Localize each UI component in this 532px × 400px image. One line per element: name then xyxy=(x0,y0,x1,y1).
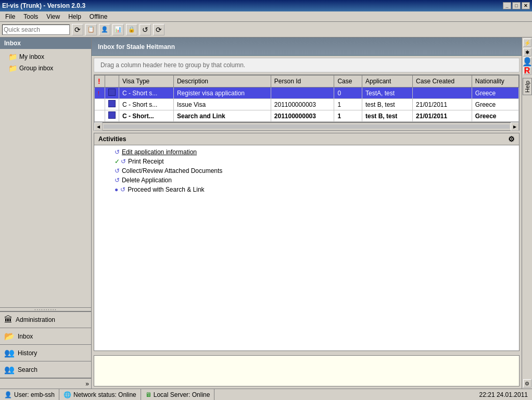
scroll-right-button[interactable]: ▶ xyxy=(511,122,519,131)
sidebar-item-group-inbox[interactable]: 📁 Group inbox xyxy=(0,63,91,74)
nav-item-administration[interactable]: 🏛 Administration xyxy=(0,312,91,328)
activity-check-print: ✓ xyxy=(115,158,120,165)
row-flag-cell xyxy=(95,110,105,122)
activities-header: Activities ⚙ xyxy=(94,133,519,145)
table-row[interactable]: !C - Short s...Register visa application… xyxy=(95,88,519,99)
scroll-track[interactable] xyxy=(104,124,510,129)
right-btn-1[interactable]: ⚡ xyxy=(523,39,531,47)
drag-hint: Drag a column header here to group by th… xyxy=(94,58,520,72)
activities-panel: Activities ⚙ ↺ Edit application informat… xyxy=(94,133,520,351)
menu-offline[interactable]: Offline xyxy=(85,12,111,21)
data-grid: ! Visa Type Description Person Id Case A… xyxy=(94,75,519,122)
status-datetime-text: 22:21 24.01.2011 xyxy=(479,391,528,398)
close-button[interactable]: ✕ xyxy=(522,2,530,9)
case-created-cell xyxy=(413,88,472,99)
activity-item-print[interactable]: ✓ ↺ Print Receipt xyxy=(94,157,519,166)
search-icon: 👥 xyxy=(4,365,15,374)
case-cell: 1 xyxy=(334,99,362,110)
main-layout: Inbox 📁 My inbox 📁 Group inbox ·········… xyxy=(0,38,532,389)
status-user-text: User: emb-ssh xyxy=(14,391,55,398)
title-bar-buttons[interactable]: _ □ ✕ xyxy=(503,2,530,9)
toolbar-btn-4[interactable]: 📊 xyxy=(112,24,124,35)
description-cell: Register visa application xyxy=(173,88,271,99)
activity-label-collect: Collect/Review Attached Documents xyxy=(122,167,222,174)
color-indicator xyxy=(108,111,116,119)
nav-item-history[interactable]: 👥 History xyxy=(0,345,91,361)
visa-type-cell: C - Short s... xyxy=(119,88,174,99)
right-btn-r[interactable]: R xyxy=(523,67,531,75)
nav-expand-button[interactable]: » xyxy=(0,378,91,389)
right-btn-person[interactable]: 👤 xyxy=(523,57,531,66)
sidebar-item-my-inbox[interactable]: 📁 My inbox xyxy=(0,51,91,63)
case-cell: 0 xyxy=(334,88,362,99)
toolbar-btn-6[interactable]: ↺ xyxy=(140,24,151,35)
menu-file[interactable]: File xyxy=(1,12,19,21)
flag-icon: ! xyxy=(98,91,99,96)
table-row[interactable]: C - Short s...Issue Visa2011000000031tes… xyxy=(95,99,519,110)
notes-area[interactable] xyxy=(94,355,520,386)
col-header-person-id[interactable]: Person Id xyxy=(271,76,334,88)
activity-label-print: Print Receipt xyxy=(128,158,164,165)
col-header-color[interactable] xyxy=(105,76,119,88)
nationality-cell: Greece xyxy=(472,110,518,122)
applicant-cell: TestA, test xyxy=(362,88,412,99)
sidebar-resizer[interactable]: ·········· xyxy=(0,307,91,311)
content-header: Inbox for Staale Heitmann xyxy=(92,38,522,56)
quick-search-input[interactable] xyxy=(2,24,70,35)
minimize-button[interactable]: _ xyxy=(503,2,511,9)
col-header-description[interactable]: Description xyxy=(173,76,271,88)
activity-label-delete: Delete Application xyxy=(122,177,172,184)
grid-body: !C - Short s...Register visa application… xyxy=(95,88,519,122)
person-id-cell: 201100000003 xyxy=(271,99,334,110)
right-btn-gear[interactable]: ⚙ xyxy=(523,379,531,388)
activity-dot-proceed: ● xyxy=(115,186,118,193)
help-tab[interactable]: Help xyxy=(523,78,532,95)
activity-icon-print: ↺ xyxy=(121,158,126,165)
activities-gear-icon[interactable]: ⚙ xyxy=(508,135,515,143)
menu-tools[interactable]: Tools xyxy=(19,12,42,21)
col-header-flag[interactable]: ! xyxy=(95,76,105,88)
administration-icon: 🏛 xyxy=(4,315,12,324)
status-server: 🖥 Local Server: Online xyxy=(141,389,215,400)
scroll-left-button[interactable]: ◀ xyxy=(94,122,103,131)
activities-title: Activities xyxy=(98,135,126,143)
activity-label-proceed: Proceed with Search & Link xyxy=(128,186,204,193)
row-flag-cell: ! xyxy=(95,88,105,99)
col-header-case-created[interactable]: Case Created xyxy=(413,76,472,88)
toolbar-btn-5[interactable]: 🔒 xyxy=(126,24,137,35)
activity-icon-delete: ↺ xyxy=(115,177,120,184)
nav-item-label-search: Search xyxy=(18,366,37,373)
nav-item-search[interactable]: 👥 Search xyxy=(0,361,91,378)
sidebar-item-label-group-inbox: Group inbox xyxy=(19,65,53,72)
toolbar-btn-1[interactable]: ⟳ xyxy=(72,24,83,35)
activity-item-proceed[interactable]: ● ↺ Proceed with Search & Link xyxy=(94,185,519,194)
menu-bar: File Tools View Help Offline xyxy=(0,11,532,22)
activity-item-edit[interactable]: ↺ Edit application information xyxy=(94,147,519,157)
grid-scrollbar[interactable]: ◀ ▶ xyxy=(94,122,520,131)
menu-help[interactable]: Help xyxy=(64,12,85,21)
activity-item-collect[interactable]: ↺ Collect/Review Attached Documents xyxy=(94,166,519,176)
sidebar-top: Inbox 📁 My inbox 📁 Group inbox xyxy=(0,38,91,307)
col-header-visa-type[interactable]: Visa Type xyxy=(119,76,174,88)
menu-view[interactable]: View xyxy=(42,12,64,21)
col-header-applicant[interactable]: Applicant xyxy=(362,76,412,88)
activity-icon-edit: ↺ xyxy=(115,148,120,156)
sidebar-item-label-my-inbox: My inbox xyxy=(19,53,44,60)
activity-item-delete[interactable]: ↺ Delete Application xyxy=(94,176,519,185)
sidebar: Inbox 📁 My inbox 📁 Group inbox ·········… xyxy=(0,38,92,389)
table-row[interactable]: C - Short...Search and Link2011000000031… xyxy=(95,110,519,122)
inbox-icon: 📂 xyxy=(4,331,15,341)
nav-item-label-history: History xyxy=(18,349,37,357)
row-flag-cell xyxy=(95,99,105,110)
expand-icon: » xyxy=(85,380,89,388)
toolbar-btn-2[interactable]: 📋 xyxy=(85,24,97,35)
right-btn-2[interactable]: ✱ xyxy=(523,48,531,56)
col-header-case[interactable]: Case xyxy=(334,76,362,88)
nav-item-inbox[interactable]: 📂 Inbox xyxy=(0,328,91,345)
toolbar-btn-3[interactable]: 👤 xyxy=(99,24,110,35)
case-cell: 1 xyxy=(334,110,362,122)
toolbar-btn-7[interactable]: ⟳ xyxy=(153,24,164,35)
col-header-nationality[interactable]: Nationality xyxy=(472,76,518,88)
maximize-button[interactable]: □ xyxy=(512,2,521,9)
content-area: Inbox for Staale Heitmann Drag a column … xyxy=(92,38,522,389)
